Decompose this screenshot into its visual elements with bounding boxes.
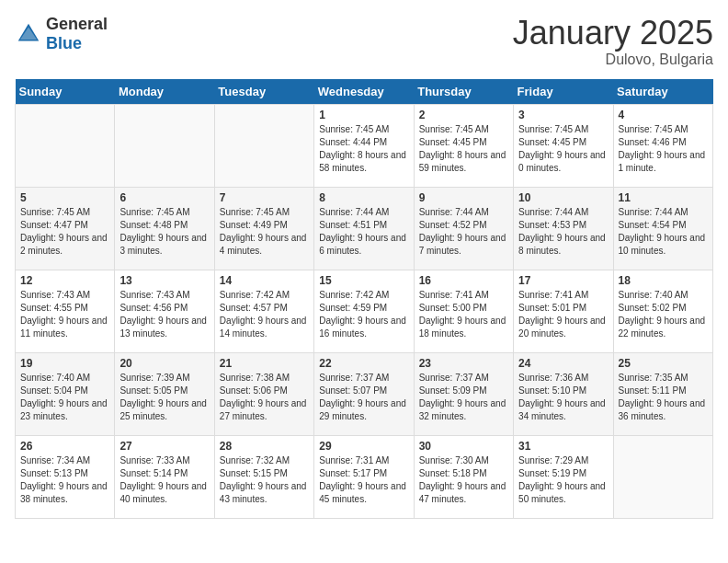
- day-info: Sunrise: 7:43 AM Sunset: 4:55 PM Dayligh…: [20, 289, 109, 340]
- day-info: Sunrise: 7:45 AM Sunset: 4:49 PM Dayligh…: [220, 206, 309, 258]
- day-info: Sunrise: 7:31 AM Sunset: 5:17 PM Dayligh…: [319, 454, 408, 506]
- day-header-tuesday: Tuesday: [214, 79, 313, 105]
- calendar-cell: 16Sunrise: 7:41 AM Sunset: 5:00 PM Dayli…: [414, 270, 513, 352]
- calendar-cell: 22Sunrise: 7:37 AM Sunset: 5:07 PM Dayli…: [314, 352, 414, 435]
- day-number: 25: [619, 357, 708, 370]
- day-info: Sunrise: 7:44 AM Sunset: 4:54 PM Dayligh…: [619, 206, 708, 258]
- day-info: Sunrise: 7:39 AM Sunset: 5:05 PM Dayligh…: [119, 372, 209, 423]
- calendar-header-row: SundayMondayTuesdayWednesdayThursdayFrid…: [16, 79, 713, 105]
- calendar-week-row: 1Sunrise: 7:45 AM Sunset: 4:44 PM Daylig…: [16, 104, 713, 187]
- logo-blue: Blue: [46, 34, 82, 52]
- day-number: 13: [119, 274, 209, 287]
- page-header: General Blue January 2025 Dulovo, Bulgar…: [15, 15, 713, 68]
- calendar-cell: 24Sunrise: 7:36 AM Sunset: 5:10 PM Dayli…: [514, 352, 613, 435]
- day-number: 23: [419, 357, 508, 370]
- day-info: Sunrise: 7:40 AM Sunset: 5:04 PM Dayligh…: [20, 372, 109, 423]
- calendar-cell: 23Sunrise: 7:37 AM Sunset: 5:09 PM Dayli…: [414, 352, 513, 435]
- day-number: 18: [619, 274, 708, 287]
- day-number: 28: [220, 440, 309, 453]
- day-number: 16: [419, 274, 508, 287]
- calendar-cell: 8Sunrise: 7:44 AM Sunset: 4:51 PM Daylig…: [314, 187, 414, 270]
- day-info: Sunrise: 7:38 AM Sunset: 5:06 PM Dayligh…: [220, 372, 309, 423]
- calendar-cell: 14Sunrise: 7:42 AM Sunset: 4:57 PM Dayli…: [214, 270, 313, 352]
- day-info: Sunrise: 7:45 AM Sunset: 4:45 PM Dayligh…: [518, 123, 608, 175]
- calendar-cell: 19Sunrise: 7:40 AM Sunset: 5:04 PM Dayli…: [16, 352, 115, 435]
- calendar-cell: 18Sunrise: 7:40 AM Sunset: 5:02 PM Dayli…: [613, 270, 712, 352]
- calendar-cell: 26Sunrise: 7:34 AM Sunset: 5:13 PM Dayli…: [16, 435, 115, 518]
- day-info: Sunrise: 7:40 AM Sunset: 5:02 PM Dayligh…: [619, 289, 708, 340]
- day-info: Sunrise: 7:41 AM Sunset: 5:01 PM Dayligh…: [518, 289, 608, 340]
- calendar-cell: 28Sunrise: 7:32 AM Sunset: 5:15 PM Dayli…: [214, 435, 313, 518]
- day-info: Sunrise: 7:30 AM Sunset: 5:18 PM Dayligh…: [419, 454, 508, 506]
- day-number: 14: [220, 274, 309, 287]
- day-number: 29: [319, 440, 408, 453]
- calendar-week-row: 12Sunrise: 7:43 AM Sunset: 4:55 PM Dayli…: [16, 270, 713, 352]
- calendar-cell: 1Sunrise: 7:45 AM Sunset: 4:44 PM Daylig…: [314, 104, 414, 187]
- day-info: Sunrise: 7:45 AM Sunset: 4:46 PM Dayligh…: [619, 123, 708, 175]
- day-info: Sunrise: 7:33 AM Sunset: 5:14 PM Dayligh…: [119, 454, 209, 506]
- day-number: 15: [319, 274, 408, 287]
- calendar-cell: 21Sunrise: 7:38 AM Sunset: 5:06 PM Dayli…: [214, 352, 313, 435]
- day-number: 2: [419, 109, 508, 121]
- day-info: Sunrise: 7:35 AM Sunset: 5:11 PM Dayligh…: [619, 372, 708, 423]
- day-number: 21: [220, 357, 309, 370]
- day-header-monday: Monday: [115, 79, 214, 105]
- day-number: 8: [319, 191, 408, 204]
- day-number: 10: [518, 191, 608, 204]
- calendar-table: SundayMondayTuesdayWednesdayThursdayFrid…: [15, 79, 713, 519]
- day-info: Sunrise: 7:42 AM Sunset: 4:59 PM Dayligh…: [319, 289, 408, 340]
- calendar-cell: 9Sunrise: 7:44 AM Sunset: 4:52 PM Daylig…: [414, 187, 513, 270]
- day-number: 1: [319, 109, 408, 121]
- calendar-cell: 30Sunrise: 7:30 AM Sunset: 5:18 PM Dayli…: [414, 435, 513, 518]
- day-number: 30: [419, 440, 508, 453]
- day-info: Sunrise: 7:36 AM Sunset: 5:10 PM Dayligh…: [518, 372, 608, 423]
- day-number: 17: [518, 274, 608, 287]
- day-header-sunday: Sunday: [16, 79, 115, 105]
- day-info: Sunrise: 7:44 AM Sunset: 4:52 PM Dayligh…: [419, 206, 508, 258]
- day-header-thursday: Thursday: [414, 79, 513, 105]
- day-number: 7: [220, 191, 309, 204]
- day-number: 31: [518, 440, 608, 453]
- day-number: 24: [518, 357, 608, 370]
- day-header-friday: Friday: [514, 79, 613, 105]
- calendar-cell: 15Sunrise: 7:42 AM Sunset: 4:59 PM Dayli…: [314, 270, 414, 352]
- day-number: 6: [119, 191, 209, 204]
- calendar-cell: 17Sunrise: 7:41 AM Sunset: 5:01 PM Dayli…: [514, 270, 613, 352]
- calendar-cell: 31Sunrise: 7:29 AM Sunset: 5:19 PM Dayli…: [514, 435, 613, 518]
- calendar-cell: 5Sunrise: 7:45 AM Sunset: 4:47 PM Daylig…: [16, 187, 115, 270]
- calendar-cell: [115, 104, 214, 187]
- month-title: January 2025: [513, 15, 713, 52]
- calendar-cell: 7Sunrise: 7:45 AM Sunset: 4:49 PM Daylig…: [214, 187, 313, 270]
- day-info: Sunrise: 7:45 AM Sunset: 4:45 PM Dayligh…: [419, 123, 508, 175]
- day-info: Sunrise: 7:45 AM Sunset: 4:48 PM Dayligh…: [119, 206, 209, 258]
- day-info: Sunrise: 7:44 AM Sunset: 4:51 PM Dayligh…: [319, 206, 408, 258]
- day-number: 27: [119, 440, 209, 453]
- day-number: 22: [319, 357, 408, 370]
- calendar-cell: 10Sunrise: 7:44 AM Sunset: 4:53 PM Dayli…: [514, 187, 613, 270]
- calendar-cell: 13Sunrise: 7:43 AM Sunset: 4:56 PM Dayli…: [115, 270, 214, 352]
- day-info: Sunrise: 7:37 AM Sunset: 5:09 PM Dayligh…: [419, 372, 508, 423]
- day-info: Sunrise: 7:41 AM Sunset: 5:00 PM Dayligh…: [419, 289, 508, 340]
- day-number: 12: [20, 274, 109, 287]
- day-number: 9: [419, 191, 508, 204]
- calendar-cell: 29Sunrise: 7:31 AM Sunset: 5:17 PM Dayli…: [314, 435, 414, 518]
- calendar-cell: 20Sunrise: 7:39 AM Sunset: 5:05 PM Dayli…: [115, 352, 214, 435]
- day-number: 3: [518, 109, 608, 121]
- calendar-cell: 6Sunrise: 7:45 AM Sunset: 4:48 PM Daylig…: [115, 187, 214, 270]
- day-info: Sunrise: 7:37 AM Sunset: 5:07 PM Dayligh…: [319, 372, 408, 423]
- day-number: 5: [20, 191, 109, 204]
- day-info: Sunrise: 7:42 AM Sunset: 4:57 PM Dayligh…: [220, 289, 309, 340]
- day-info: Sunrise: 7:43 AM Sunset: 4:56 PM Dayligh…: [119, 289, 209, 340]
- day-header-wednesday: Wednesday: [314, 79, 414, 105]
- calendar-cell: 3Sunrise: 7:45 AM Sunset: 4:45 PM Daylig…: [514, 104, 613, 187]
- day-info: Sunrise: 7:34 AM Sunset: 5:13 PM Dayligh…: [20, 454, 109, 506]
- day-header-saturday: Saturday: [613, 79, 712, 105]
- calendar-cell: [16, 104, 115, 187]
- location-title: Dulovo, Bulgaria: [513, 52, 713, 68]
- day-number: 11: [619, 191, 708, 204]
- day-info: Sunrise: 7:45 AM Sunset: 4:47 PM Dayligh…: [20, 206, 109, 258]
- calendar-cell: 2Sunrise: 7:45 AM Sunset: 4:45 PM Daylig…: [414, 104, 513, 187]
- day-number: 19: [20, 357, 109, 370]
- calendar-cell: [613, 435, 712, 518]
- day-info: Sunrise: 7:32 AM Sunset: 5:15 PM Dayligh…: [220, 454, 309, 506]
